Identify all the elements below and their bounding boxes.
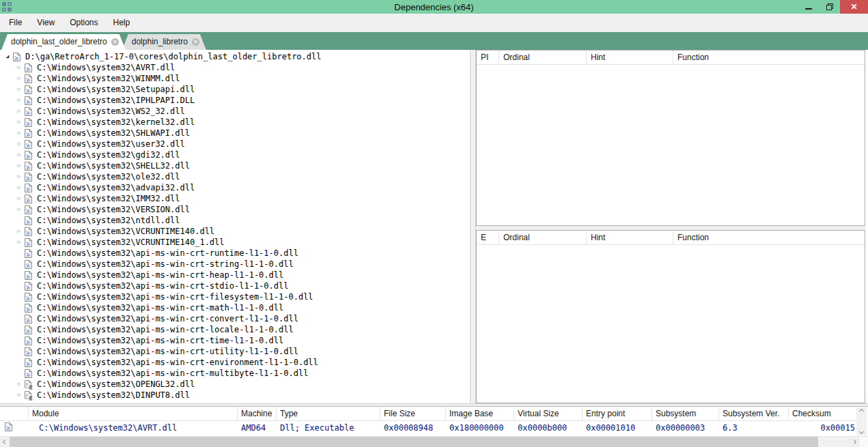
expander-expanded-icon[interactable]: ◢ [3,51,12,62]
expander-collapsed-icon[interactable]: ▷ [14,117,24,128]
tree-item-label: C:\Windows\system32\api-ms-win-crt-envir… [37,358,318,367]
tree-row[interactable]: C:\Windows\system32\api-ms-win-crt-utili… [0,346,470,357]
module-column-header-module[interactable]: Module [29,407,238,420]
module-column-header-virtual-size[interactable]: Virtual Size [514,407,583,420]
tree-row[interactable]: ▷C:\Windows\system32\WINMM.dll [0,73,470,84]
vertical-splitter[interactable] [470,50,476,403]
tree-row[interactable]: C:\Windows\system32\api-ms-win-crt-multi… [0,368,470,379]
tree-row[interactable]: ▷C:\Windows\system32\advapi32.dll [0,182,470,193]
expander-collapsed-icon[interactable]: ▷ [14,139,24,149]
tree-row[interactable]: ▷C:\Windows\system32\WS2_32.dll [0,106,470,117]
module-column-header-image-base[interactable]: Image Base [446,407,514,420]
scroll-left-button[interactable] [0,437,10,447]
tree-item-label: C:\Windows\system32\api-ms-win-crt-local… [37,325,294,334]
module-column-header-entry-point[interactable]: Entry point [583,407,652,420]
menu-bar: FileViewOptionsHelp [0,14,868,32]
scroll-right-button[interactable] [849,437,858,447]
tab-close-icon[interactable]: ✕ [111,38,119,46]
column-header-function[interactable]: Function [673,231,865,244]
module-column-header-machine[interactable]: Machine [238,407,277,420]
expander-collapsed-icon[interactable]: ▷ [14,182,24,193]
expander-collapsed-icon[interactable]: ▷ [14,62,24,73]
expander-collapsed-icon[interactable]: ▷ [14,73,24,84]
expander-collapsed-icon[interactable]: ▷ [14,160,24,171]
tree-row[interactable]: ▷C:\Windows\system32\AVRT.dll [0,62,470,73]
dll-icon [24,96,33,106]
column-header-ordinal[interactable]: Ordinal [499,51,587,64]
tab-close-icon[interactable]: ✕ [192,38,199,46]
expander-collapsed-icon[interactable]: ▷ [14,390,24,401]
expander-collapsed-icon[interactable]: ▷ [14,149,24,160]
tree-row[interactable]: C:\Windows\system32\api-ms-win-crt-conve… [0,313,470,324]
tree-row[interactable]: ▷C:\Windows\system32\SHLWAPI.dll [0,128,470,139]
tree-row[interactable]: ▷C:\Windows\system32\VERSION.dll [0,204,470,215]
module-column-header-file-size[interactable]: File Size [380,407,446,420]
tree-row[interactable]: C:\Windows\system32\api-ms-win-crt-stdio… [0,280,470,291]
tree-row[interactable]: ▷C:\Windows\system32\kernel32.dll [0,117,470,128]
tree-item-label: C:\Windows\system32\DINPUT8.dll [37,390,190,400]
tree-row[interactable]: C:\Windows\system32\api-ms-win-crt-heap-… [0,270,470,280]
expander-collapsed-icon[interactable]: ▷ [14,171,24,182]
column-header-e[interactable]: E [477,231,499,244]
tree-row[interactable]: ▷C:\Windows\system32\DINPUT8.dll [0,390,470,401]
tree-row[interactable]: C:\Windows\system32\api-ms-win-crt-math-… [0,302,470,313]
horizontal-scrollbar-thumb[interactable] [10,437,818,447]
close-button[interactable]: ✕ [840,0,868,14]
expander-collapsed-icon[interactable]: ▷ [14,84,24,95]
tree-row[interactable]: ▷C:\Windows\system32\gdi32.dll [0,149,470,160]
expander-collapsed-icon[interactable]: ▷ [14,106,24,117]
menu-item-help[interactable]: Help [106,14,138,32]
tree-row[interactable]: ▷C:\Windows\system32\ole32.dll [0,171,470,182]
column-header-hint[interactable]: Hint [587,51,673,64]
tab-dolphin_libretro[interactable]: dolphin_libretro✕ [122,34,206,50]
column-header-function[interactable]: Function [673,51,865,64]
tree-row[interactable]: ▷C:\Windows\system32\OPENGL32.dll [0,379,470,390]
module-column-header-icon[interactable] [0,407,29,420]
tree-row[interactable]: ▷C:\Windows\system32\VCRUNTIME140_1.dll [0,237,470,248]
tree-row[interactable]: ◢D:\ga\RetroArch_1-17-0\cores\dolphin_la… [0,51,470,62]
tab-dolphin_last_older_libretro[interactable]: dolphin_last_older_libretro✕ [1,34,126,50]
minimize-button[interactable] [798,0,819,14]
menu-item-file[interactable]: File [1,14,29,32]
tree-row[interactable]: ▷C:\Windows\system32\user32.dll [0,139,470,149]
expander-collapsed-icon[interactable]: ▷ [14,193,24,204]
tree-item-label: C:\Windows\system32\OPENGL32.dll [37,379,195,389]
tree-item-label: C:\Windows\system32\VCRUNTIME140.dll [37,227,214,236]
scroll-up-icon[interactable] [859,409,864,414]
scroll-down-icon[interactable] [859,429,864,434]
column-header-ordinal[interactable]: Ordinal [499,231,587,244]
module-column-header-checksum[interactable]: Checksum [789,407,857,420]
tree-row[interactable]: C:\Windows\system32\api-ms-win-crt-local… [0,324,470,335]
modules-vertical-scrollbar[interactable] [856,407,867,435]
module-column-header-subsystem-ver-[interactable]: Subsystem Ver. [719,407,789,420]
expander-collapsed-icon[interactable]: ▷ [14,95,24,106]
tree-row[interactable]: ▷C:\Windows\system32\IPHLPAPI.DLL [0,95,470,106]
tree-row[interactable]: C:\Windows\system32\api-ms-win-crt-time-… [0,335,470,346]
expander-collapsed-icon[interactable]: ▷ [14,226,24,237]
tree-row[interactable]: ▷C:\Windows\system32\SHELL32.dll [0,160,470,171]
menu-item-options[interactable]: Options [62,14,105,32]
tree-row[interactable]: C:\Windows\system32\api-ms-win-crt-files… [0,291,470,302]
tree-row[interactable]: C:\Windows\system32\ntdll.dll [0,215,470,226]
tree-row[interactable]: C:\Windows\system32\api-ms-win-crt-strin… [0,259,470,270]
dll-delay-icon [24,379,33,390]
column-header-pi[interactable]: PI [477,51,499,64]
menu-item-view[interactable]: View [29,14,62,32]
expander-collapsed-icon[interactable]: ▷ [14,237,24,248]
tree-row[interactable]: C:\Windows\system32\api-ms-win-crt-envir… [0,357,470,368]
expander-collapsed-icon[interactable]: ▷ [14,204,24,215]
module-cell-type: Dll; Executable [277,423,380,433]
column-header-hint[interactable]: Hint [587,231,673,244]
module-column-header-type[interactable]: Type [277,407,380,420]
expander-collapsed-icon[interactable]: ▷ [14,379,24,390]
tree-row[interactable]: C:\Windows\system32\api-ms-win-crt-runti… [0,248,470,259]
restore-button[interactable] [819,0,840,14]
expander-collapsed-icon[interactable]: ▷ [14,128,24,139]
module-cell-file-size: 0x00008948 [380,423,446,433]
horizontal-scrollbar[interactable] [0,436,868,447]
module-column-header-subsystem[interactable]: Subsystem [652,407,719,420]
tree-row[interactable]: ▷C:\Windows\system32\VCRUNTIME140.dll [0,226,470,237]
tree-row[interactable]: ▷C:\Windows\system32\Setupapi.dll [0,84,470,95]
tree-row[interactable]: ▷C:\Windows\system32\IMM32.dll [0,193,470,204]
module-row[interactable]: C:\Windows\system32\AVRT.dllAMD64Dll; Ex… [0,421,857,435]
